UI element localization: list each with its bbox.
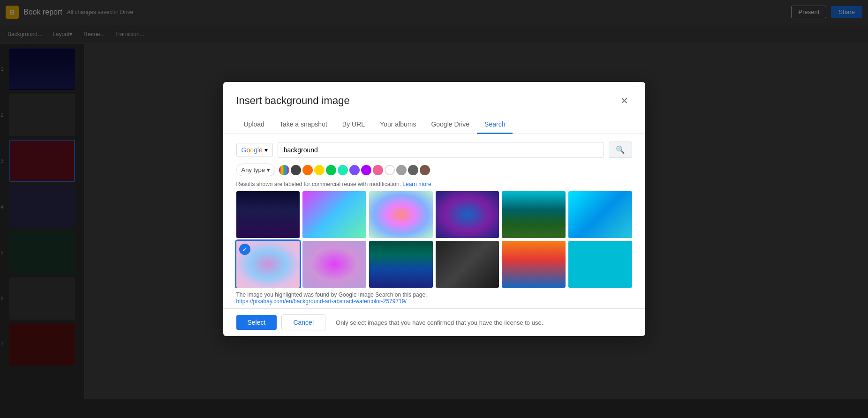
color-filter-purple2[interactable] — [361, 165, 371, 175]
image-result-7[interactable]: ✓ — [236, 241, 300, 288]
image-result-10[interactable] — [436, 241, 499, 288]
filters-row: Any type ▾ — [223, 162, 645, 180]
color-filter-white[interactable] — [385, 165, 395, 175]
google-logo: Google — [242, 146, 263, 154]
dropdown-arrow-icon: ▾ — [264, 146, 268, 154]
dialog-header: Insert background image ✕ — [223, 82, 645, 108]
color-filter-purple1[interactable] — [349, 165, 360, 175]
tabs: Upload Take a snapshot By URL Your album… — [223, 116, 645, 134]
color-filter-brown[interactable] — [420, 165, 430, 175]
color-filter-pink[interactable] — [373, 165, 383, 175]
image-result-8[interactable] — [302, 241, 366, 288]
search-button[interactable]: 🔍 — [609, 142, 632, 158]
image-result-2[interactable] — [302, 191, 366, 238]
color-filter-group — [279, 165, 430, 175]
insert-background-dialog: Insert background image ✕ Upload Take a … — [223, 82, 645, 336]
color-filter-dark[interactable] — [291, 165, 301, 175]
image-result-12[interactable] — [568, 241, 632, 288]
color-filter-dark-gray[interactable] — [408, 165, 418, 175]
type-filter-label: Any type — [242, 166, 265, 173]
tab-albums[interactable]: Your albums — [372, 116, 423, 134]
select-button[interactable]: Select — [236, 315, 277, 330]
tab-url[interactable]: By URL — [335, 116, 372, 134]
image-grid: ✓ — [223, 191, 645, 288]
selected-checkmark-icon: ✓ — [239, 244, 250, 255]
tab-upload[interactable]: Upload — [236, 116, 272, 134]
learn-more-link[interactable]: Learn more — [402, 181, 431, 187]
color-filter-green[interactable] — [326, 165, 336, 175]
type-filter-dropdown[interactable]: Any type ▾ — [236, 164, 276, 176]
dialog-footer: Select Cancel Only select images that yo… — [223, 308, 645, 336]
cancel-button[interactable]: Cancel — [281, 314, 325, 330]
notice-text: Results shown are labeled for commercial… — [236, 181, 401, 187]
dialog-overlay: Insert background image ✕ Upload Take a … — [0, 0, 868, 418]
image-attribution: The image you highlighted was found by G… — [223, 288, 645, 308]
search-input[interactable] — [278, 142, 604, 158]
color-filter-teal[interactable] — [338, 165, 348, 175]
image-result-11[interactable] — [502, 241, 566, 288]
tab-drive[interactable]: Google Drive — [423, 116, 477, 134]
dialog-title: Insert background image — [236, 95, 350, 107]
color-filter-orange[interactable] — [302, 165, 313, 175]
search-provider-dropdown[interactable]: Google ▾ — [236, 143, 273, 157]
color-filter-rainbow[interactable] — [279, 165, 289, 175]
attribution-link[interactable]: https://pixabay.com/en/background-art-ab… — [236, 298, 407, 305]
image-result-3[interactable] — [369, 191, 433, 238]
license-note: Only select images that you have confirm… — [336, 319, 543, 326]
image-result-9[interactable] — [369, 241, 433, 288]
filter-arrow-icon: ▾ — [267, 166, 270, 173]
color-filter-gray[interactable] — [396, 165, 407, 175]
image-result-5[interactable] — [502, 191, 566, 238]
image-result-4[interactable] — [436, 191, 499, 238]
tab-search[interactable]: Search — [477, 116, 513, 134]
tab-snapshot[interactable]: Take a snapshot — [272, 116, 335, 134]
license-notice: Results shown are labeled for commercial… — [223, 180, 645, 191]
attribution-text: The image you highlighted was found by G… — [236, 291, 632, 298]
search-area: Google ▾ 🔍 — [223, 134, 645, 162]
color-filter-yellow[interactable] — [314, 165, 325, 175]
close-button[interactable]: ✕ — [617, 93, 632, 108]
image-result-1[interactable] — [236, 191, 300, 238]
image-result-6[interactable] — [568, 191, 632, 238]
